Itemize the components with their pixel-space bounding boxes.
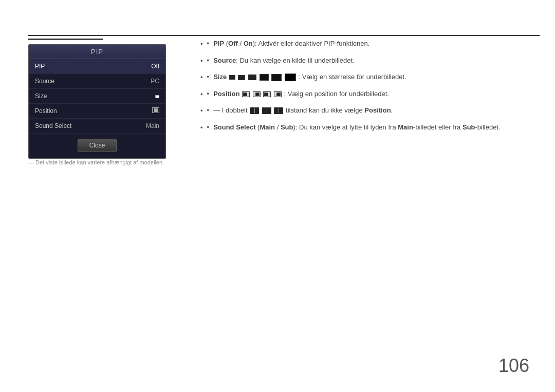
sound-select-item-label: Sound Select xyxy=(35,122,71,129)
section-line xyxy=(28,39,103,40)
position-item-value xyxy=(152,107,159,115)
desc-pos-icon-1 xyxy=(242,91,250,97)
bullet-dot: • xyxy=(207,39,210,49)
pip-menu-item-sound-select[interactable]: Sound Select Main xyxy=(29,119,165,134)
position-icon xyxy=(152,107,159,113)
bullet-dot: • xyxy=(207,122,210,133)
on-bold: On xyxy=(244,40,253,47)
footer-note: ― Det viste billede kan variere afhængig… xyxy=(28,159,164,165)
pip-menu-item-size[interactable]: Size xyxy=(29,89,165,104)
pip-menu: PIP Off Source PC Size Position xyxy=(29,59,165,134)
desc-size-icon-4 xyxy=(260,74,269,81)
source-bold: Source xyxy=(213,57,236,64)
bullet-dot: • xyxy=(207,72,210,82)
bullet-sound-select: • Sound Select (Main / Sub): Du kan vælg… xyxy=(200,122,540,133)
bullet-size: • Size : Vælg en størrelse for underbill… xyxy=(200,72,540,83)
close-button-wrap: Close xyxy=(29,134,165,158)
size-icons xyxy=(155,95,159,98)
sound-select-bold: Sound Select xyxy=(213,123,255,131)
bullet-position: • Position : Vælg en position for underb… xyxy=(200,89,540,100)
pip-bold: PIP xyxy=(213,40,224,47)
sub-bold2: Sub xyxy=(462,123,475,131)
pip-menu-item-pip[interactable]: PIP Off xyxy=(29,59,165,74)
size-item-value xyxy=(155,92,159,100)
desc-pos-icon-3 xyxy=(263,91,271,97)
close-button[interactable]: Close xyxy=(78,139,117,152)
bullet-dot: • xyxy=(207,89,210,99)
pip-title: PIP xyxy=(29,45,165,59)
bullet-source-text: Source: Du kan vælge en kilde til underb… xyxy=(213,55,355,66)
bullet-pip-text: PIP (Off / On): Aktivér eller deaktiver … xyxy=(213,39,369,49)
desc-pos-icon-2 xyxy=(253,91,261,97)
pip-menu-item-source[interactable]: Source PC xyxy=(29,74,165,89)
size-bold: Size xyxy=(213,73,227,81)
bullet-dot: • xyxy=(207,105,210,116)
desc-size-icon-1 xyxy=(229,75,235,80)
pip-item-label: PIP xyxy=(35,63,45,70)
sub-bold: Sub xyxy=(281,123,293,131)
pip-menu-box: PIP PIP Off Source PC Size xyxy=(28,44,166,159)
pip-menu-item-position[interactable]: Position xyxy=(29,104,165,119)
bullet-source: • Source: Du kan vælge en kilde til unde… xyxy=(200,55,540,66)
size-item-label: Size xyxy=(35,92,47,100)
left-panel: PIP PIP Off Source PC Size xyxy=(28,39,167,159)
desc-size-icon-3 xyxy=(248,74,256,80)
pip-item-value: Off xyxy=(151,63,159,70)
bullet-dot: • xyxy=(207,55,210,66)
source-item-value: PC xyxy=(151,78,159,85)
top-divider xyxy=(28,35,540,36)
position-bold: Position xyxy=(213,90,239,98)
source-item-label: Source xyxy=(35,78,54,85)
desc-size-icon-5 xyxy=(271,74,282,81)
main-bold: Main xyxy=(260,123,275,131)
bullet-list: • PIP (Off / On): Aktivér eller deaktive… xyxy=(200,39,540,133)
desc-size-icon-2 xyxy=(238,75,245,80)
bullet-sound-select-text: Sound Select (Main / Sub): Du kan vælge … xyxy=(213,122,501,133)
main-bold2: Main xyxy=(398,123,413,131)
dbl-icon-3 xyxy=(274,107,283,114)
desc-pos-icon-4 xyxy=(274,91,282,97)
bullet-size-text: Size : Vælg en størrelse for underbilled… xyxy=(213,72,406,82)
dbl-icon-1 xyxy=(250,107,259,114)
position-item-label: Position xyxy=(35,107,57,115)
bullet-pip: • PIP (Off / On): Aktivér eller deaktive… xyxy=(200,39,540,49)
page-number: 106 xyxy=(498,355,529,377)
bullet-double-text: ― I dobbelt tilstand kan du ikke vælge P… xyxy=(213,105,393,116)
desc-size-icon-6 xyxy=(285,73,296,81)
sound-select-item-value: Main xyxy=(146,122,159,129)
position-bold2: Position xyxy=(364,106,391,114)
size-icon-sm xyxy=(155,95,159,98)
off-bold: Off xyxy=(228,40,238,47)
dbl-icon-2 xyxy=(262,107,271,114)
bullet-double: • ― I dobbelt tilstand kan du ikke vælge… xyxy=(200,105,540,116)
bullet-position-text: Position : Vælg en position for underbil… xyxy=(213,89,389,99)
right-content: • PIP (Off / On): Aktivér eller deaktive… xyxy=(200,39,540,139)
